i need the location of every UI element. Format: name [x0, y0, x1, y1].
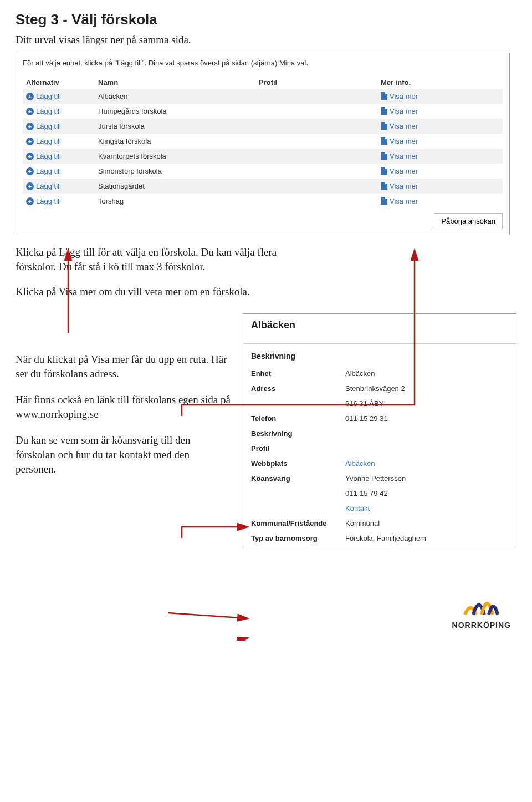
- document-icon: [381, 137, 387, 145]
- kontakt-link[interactable]: Kontakt: [345, 504, 508, 512]
- plus-icon: +: [26, 123, 34, 130]
- norrkoping-logo: NORRKÖPING: [452, 584, 511, 630]
- table-row: +Lägg tillStationsgärdetVisa mer: [23, 179, 503, 194]
- col-profil: Profil: [255, 76, 377, 89]
- name-cell: Humpegårds förskola: [95, 104, 255, 119]
- beskrivning-label: Beskrivning: [251, 429, 345, 438]
- more-cell[interactable]: Visa mer: [377, 134, 503, 149]
- document-icon: [381, 197, 387, 205]
- add-cell[interactable]: +Lägg till: [23, 89, 95, 104]
- selection-panel: För att välja enhet, klicka på "Lägg til…: [16, 53, 510, 235]
- document-icon: [381, 107, 387, 115]
- telefon-value: 011-15 29 31: [345, 414, 508, 423]
- koansvarig-tel: 011-15 79 42: [345, 489, 508, 498]
- name-cell: Kvarntorpets förskola: [95, 149, 255, 164]
- add-cell[interactable]: +Lägg till: [23, 134, 95, 149]
- adress-value2: 616 31 ÅBY: [345, 399, 508, 408]
- webbplats-label: Webbplats: [251, 459, 345, 468]
- enhet-label: Enhet: [251, 369, 345, 378]
- document-icon: [381, 182, 387, 190]
- more-cell[interactable]: Visa mer: [377, 119, 503, 134]
- table-row: +Lägg tillKvarntorpets förskolaVisa mer: [23, 149, 503, 164]
- document-icon: [381, 152, 387, 160]
- profil-label: Profil: [251, 444, 345, 453]
- add-cell[interactable]: +Lägg till: [23, 179, 95, 194]
- help-lank: Här finns också en länk till förskolans …: [16, 393, 232, 421]
- start-application-button[interactable]: Påbörja ansökan: [434, 213, 503, 229]
- schools-table: Alternativ Namn Profil Mer info. +Lägg t…: [23, 76, 503, 209]
- add-cell[interactable]: +Lägg till: [23, 149, 95, 164]
- plus-icon: +: [26, 167, 34, 175]
- koansvarig-label: Köansvarig: [251, 474, 345, 483]
- help-ruta: När du klickat på Visa mer får du upp en…: [16, 352, 232, 380]
- plus-icon: +: [26, 182, 34, 190]
- table-row: +Lägg tillJursla förskolaVisa mer: [23, 119, 503, 134]
- add-cell[interactable]: +Lägg till: [23, 104, 95, 119]
- more-cell[interactable]: Visa mer: [377, 179, 503, 194]
- more-cell[interactable]: Visa mer: [377, 164, 503, 179]
- enhet-value: Albäcken: [345, 369, 508, 378]
- add-cell[interactable]: +Lägg till: [23, 164, 95, 179]
- telefon-label: Telefon: [251, 414, 345, 423]
- table-row: +Lägg tillSimonstorp förskolaVisa mer: [23, 164, 503, 179]
- more-cell[interactable]: Visa mer: [377, 104, 503, 119]
- page-title: Steg 3 - Välj förskola: [16, 11, 516, 28]
- typ-value: Förskola, Familjedaghem: [345, 534, 508, 542]
- help-lagg-till: Klicka på Lägg till för att välja en för…: [16, 245, 304, 273]
- more-cell[interactable]: Visa mer: [377, 149, 503, 164]
- name-cell: Jursla förskola: [95, 119, 255, 134]
- plus-icon: +: [26, 153, 34, 160]
- document-icon: [381, 122, 387, 130]
- add-cell[interactable]: +Lägg till: [23, 194, 95, 209]
- name-cell: Stationsgärdet: [95, 179, 255, 194]
- table-row: +Lägg tillTorshagVisa mer: [23, 194, 503, 209]
- col-alternativ: Alternativ: [23, 76, 95, 89]
- card-title: Albäcken: [243, 314, 516, 344]
- kommunal-value: Kommunal: [345, 519, 508, 527]
- koansvarig-value: Yvonne Pettersson: [345, 474, 508, 483]
- name-cell: Klingsta förskola: [95, 134, 255, 149]
- intro-text: Ditt urval visas längst ner på samma sid…: [16, 34, 516, 46]
- plus-icon: +: [26, 138, 34, 145]
- plus-icon: +: [26, 197, 34, 205]
- table-row: +Lägg tillKlingsta förskolaVisa mer: [23, 134, 503, 149]
- plus-icon: +: [26, 93, 34, 100]
- table-row: +Lägg tillHumpegårds förskolaVisa mer: [23, 104, 503, 119]
- document-icon: [381, 92, 387, 100]
- add-cell[interactable]: +Lägg till: [23, 119, 95, 134]
- table-row: +Lägg tillAlbäckenVisa mer: [23, 89, 503, 104]
- plus-icon: +: [26, 108, 34, 115]
- card-sub: Beskrivning: [243, 344, 516, 366]
- more-cell[interactable]: Visa mer: [377, 89, 503, 104]
- panel-hint: För att välja enhet, klicka på "Lägg til…: [23, 59, 503, 67]
- name-cell: Torshag: [95, 194, 255, 209]
- adress-value1: Stenbrinksvägen 2: [345, 384, 508, 393]
- logo-icon: [462, 584, 501, 617]
- name-cell: Simonstorp förskola: [95, 164, 255, 179]
- document-icon: [381, 167, 387, 175]
- logo-text: NORRKÖPING: [452, 621, 511, 630]
- more-cell[interactable]: Visa mer: [377, 194, 503, 209]
- info-card: Albäcken Beskrivning EnhetAlbäcken Adres…: [243, 313, 516, 546]
- help-visa-mer: Klicka på Visa mer om du vill veta mer o…: [16, 285, 304, 299]
- help-ko: Du kan se vem som är köansvarig till den…: [16, 433, 232, 476]
- name-cell: Albäcken: [95, 89, 255, 104]
- typ-label: Typ av barnomsorg: [251, 534, 345, 542]
- webbplats-link[interactable]: Albäcken: [345, 459, 508, 468]
- col-namn: Namn: [95, 76, 255, 89]
- col-mer: Mer info.: [377, 76, 503, 89]
- kommunal-label: Kommunal/Fristående: [251, 519, 345, 527]
- adress-label: Adress: [251, 384, 345, 393]
